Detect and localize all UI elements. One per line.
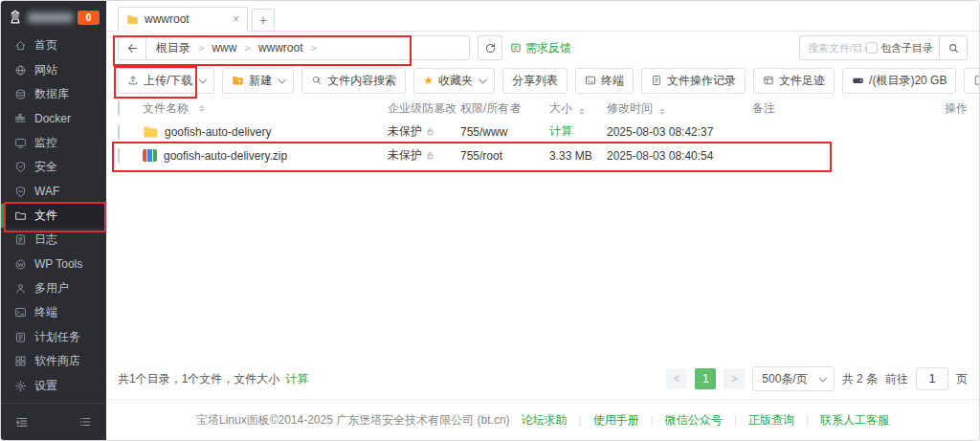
user-icon [14, 282, 27, 295]
disk-usage-button[interactable]: /(根目录)20 GB [842, 68, 956, 94]
feedback-link[interactable]: 需求反馈 [510, 40, 571, 56]
sort-icon[interactable] [579, 108, 585, 115]
folder-icon [14, 209, 27, 222]
current-page-button[interactable]: 1 [695, 368, 716, 389]
share-list-button[interactable]: 分享列表 [502, 68, 568, 94]
collapse-sidebar-icon[interactable] [15, 415, 29, 429]
task-list-icon [14, 331, 27, 343]
tab-close-icon[interactable]: × [233, 12, 239, 26]
sidebar-item-docker[interactable]: Docker [1, 106, 106, 130]
summary-text: 共1个目录，1个文件，文件大小 [118, 371, 279, 387]
sidebar-item-label: Docker [34, 112, 71, 125]
page-size-select[interactable]: 500条/页 [752, 366, 834, 391]
include-subdir-checkbox[interactable]: 包含子目录 [866, 41, 939, 55]
tamper-status[interactable]: 未保护 [388, 147, 422, 164]
sidebar-item-wp-tools[interactable]: WP Tools [1, 253, 106, 276]
star-icon: ★ [423, 75, 434, 86]
footer-divider: | [651, 413, 654, 427]
permission-owner: 755/root [460, 149, 549, 163]
breadcrumb-www[interactable]: www [212, 41, 236, 55]
page-unit-label: 页 [956, 371, 968, 387]
file-name[interactable]: goofish-auto-delivery.zip [164, 149, 287, 163]
search-button[interactable] [939, 36, 967, 59]
file-footprint-button[interactable]: 文件足迹 [753, 68, 835, 94]
header-name[interactable]: 文件名称 [143, 100, 189, 117]
tamper-status[interactable]: 未保护 [388, 123, 422, 140]
breadcrumb-separator: > [198, 42, 204, 54]
footer-link-genuine[interactable]: 正版查询 [748, 412, 794, 429]
footer-link-forum[interactable]: 论坛求助 [522, 412, 568, 429]
file-name[interactable]: goofish-auto-delivery [165, 125, 271, 139]
baota-logo-icon [8, 10, 23, 25]
sort-icon[interactable] [659, 108, 665, 115]
sidebar-item-terminal[interactable]: 终端 [1, 300, 106, 324]
breadcrumb-root[interactable]: 根目录 [156, 40, 190, 56]
permission-owner: 755/www [460, 125, 549, 139]
notification-badge[interactable]: 0 [78, 11, 100, 25]
sidebar-item-settings[interactable]: 设置 [1, 373, 106, 397]
sidebar-item-logs[interactable]: 日志 [1, 228, 106, 252]
sidebar-item-home[interactable]: 首页 [1, 33, 106, 57]
select-all-checkbox[interactable] [118, 100, 120, 116]
checkbox-icon[interactable] [866, 42, 878, 54]
header-mtime[interactable]: 修改时间 [607, 101, 653, 115]
zip-file-icon [143, 149, 157, 162]
tab-wwwroot[interactable]: wwwroot × [118, 7, 248, 32]
sort-icon[interactable] [199, 105, 205, 112]
sidebar-item-cron[interactable]: 计划任务 [1, 325, 106, 349]
table-row-folder[interactable]: goofish-auto-delivery 未保护 755/www 计算 202… [118, 120, 968, 143]
logo-row: 0 [1, 1, 106, 33]
upload-download-button[interactable]: 上传/下载 [118, 68, 214, 94]
search-input[interactable] [800, 42, 866, 54]
refresh-button[interactable] [478, 35, 502, 60]
terminal-button[interactable]: 终端 [575, 68, 634, 94]
favorites-button[interactable]: ★ 收藏夹 [413, 68, 495, 94]
row-checkbox[interactable] [118, 148, 120, 164]
new-tab-button[interactable]: + [252, 9, 275, 32]
table-row-zip[interactable]: goofish-auto-delivery.zip 未保护 755/root 3… [118, 143, 968, 167]
tab-bar: wwwroot × + [106, 1, 979, 32]
monitor-icon [14, 137, 27, 149]
back-button[interactable] [119, 36, 146, 59]
sidebar-item-database[interactable]: 数据库 [1, 82, 106, 106]
footer-link-support[interactable]: 联系人工客服 [820, 412, 889, 429]
sidebar-item-security[interactable]: 安全 [1, 155, 106, 179]
sidebar-item-multi-user[interactable]: 多用户 [1, 276, 106, 300]
path-bar: 根目录 > www > wwwroot > [118, 35, 470, 60]
row-checkbox[interactable] [118, 124, 120, 140]
copyright-text: 宝塔Linux面板©2014-2025 广东堡塔安全技术有限公司 (bt.cn) [196, 412, 510, 429]
goto-page-input[interactable] [916, 367, 948, 390]
header-tamper: 企业级防篡改 [388, 100, 460, 117]
sidebar-item-waf[interactable]: WAF [1, 179, 106, 203]
file-op-records-button[interactable]: 文件操作记录 [641, 68, 746, 94]
sidebar-item-app-store[interactable]: 软件商店 [1, 349, 106, 373]
calc-size-link[interactable]: 计算 [285, 371, 308, 387]
sidebar-item-website[interactable]: 网站 [1, 57, 106, 81]
sidebar-item-monitor[interactable]: 监控 [1, 131, 106, 155]
footer-link-wechat[interactable]: 微信公众号 [665, 412, 723, 429]
footer-divider: | [806, 413, 809, 427]
size-calc-link[interactable]: 计算 [549, 124, 572, 138]
footer-link-manual[interactable]: 使用手册 [593, 412, 639, 429]
header-action: 操作 [922, 100, 968, 117]
sidebar-item-files[interactable]: 文件 [1, 204, 106, 228]
prev-page-button[interactable]: < [666, 368, 687, 389]
breadcrumb-wwwroot[interactable]: wwwroot [258, 41, 303, 55]
breadcrumb-separator: > [244, 42, 250, 54]
shield-check-icon [14, 161, 27, 173]
search-icon [311, 75, 323, 86]
gear-icon [14, 380, 27, 392]
next-page-button[interactable]: > [724, 368, 745, 389]
menu-list-icon[interactable] [78, 415, 92, 429]
upload-icon [127, 75, 139, 86]
header-size[interactable]: 大小 [549, 101, 572, 115]
terminal-label: 终端 [601, 73, 624, 89]
new-button[interactable]: 新建 [222, 68, 294, 94]
tamper-proof-button[interactable]: 企业级防篡改 [964, 68, 980, 94]
unlock-icon [425, 150, 435, 161]
content-search-button[interactable]: 文件内容搜索 [301, 68, 406, 94]
unlock-icon [425, 126, 435, 137]
log-file-icon [14, 233, 27, 246]
disk-icon [852, 75, 864, 87]
sidebar-item-label: 网站 [34, 62, 57, 78]
